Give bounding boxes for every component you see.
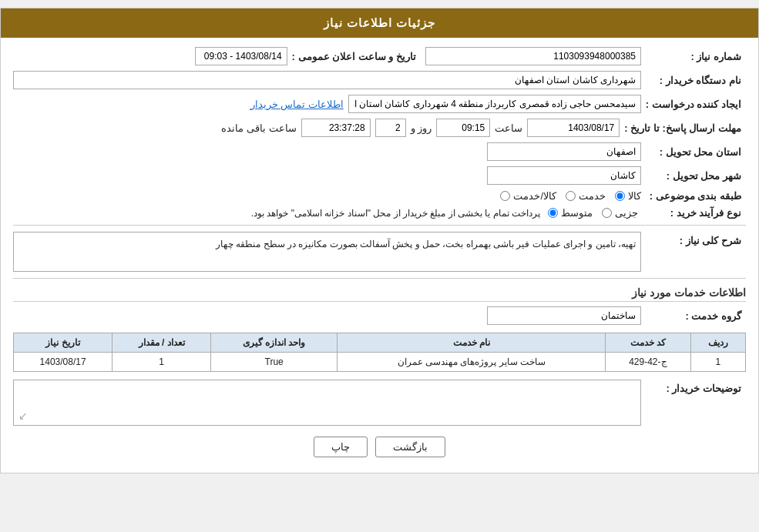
deadline-days-input — [375, 119, 406, 137]
page-header: جزئیات اطلاعات نیاز — [1, 8, 758, 38]
separator-1 — [13, 225, 746, 226]
process-mottavaset-label: متوسط — [561, 207, 593, 219]
city-row: شهر محل تحویل : — [13, 166, 746, 185]
process-jozei[interactable]: جزیی — [602, 207, 638, 219]
buyer-org-row: نام دستگاه خریدار : — [13, 71, 746, 89]
need-number-input — [425, 47, 641, 65]
deadline-row: مهلت ارسال پاسخ: تا تاریخ : ساعت روز و س… — [13, 119, 746, 137]
buyer-notes-row: توضیحات خریدار : — [13, 380, 746, 426]
category-radio-group: کالا/خدمت خدمت کالا — [500, 190, 641, 202]
process-mottavaset-radio[interactable] — [548, 208, 558, 218]
category-khedmat-label: خدمت — [579, 190, 606, 202]
description-label: شرح کلی نیاز : — [646, 232, 746, 246]
print-button[interactable]: چاپ — [314, 437, 368, 457]
group-service-input — [487, 306, 641, 325]
requester-label: ایجاد کننده درخواست : — [646, 99, 746, 110]
deadline-label: مهلت ارسال پاسخ: تا تاریخ : — [624, 122, 746, 134]
deadline-time-input — [436, 119, 490, 137]
category-kala-khedmat-radio[interactable] — [500, 191, 510, 201]
deadline-date-input — [527, 119, 620, 137]
process-jozei-radio[interactable] — [602, 208, 612, 218]
buyer-org-label: نام دستگاه خریدار : — [646, 75, 746, 86]
back-button[interactable]: بازگشت — [375, 437, 445, 457]
description-text: تهیه، تامین و اجرای عملیات فیر باشی بهمر… — [216, 239, 636, 249]
need-number-row: شماره نیاز : تاریخ و ساعت اعلان عمومی : — [13, 47, 746, 65]
cell-row: 1 — [690, 353, 745, 372]
category-label: طبقه بندی موضوعی : — [646, 190, 746, 202]
services-section-title: اطلاعات خدمات مورد نیاز — [13, 286, 746, 302]
col-name: نام خدمت — [338, 333, 606, 353]
col-row: ردیف — [690, 333, 745, 353]
separator-2 — [13, 278, 746, 279]
buyer-org-input — [13, 71, 641, 89]
process-row: نوع فرآیند خرید : متوسط جزیی پرداخت تمام… — [13, 207, 746, 219]
description-row: شرح کلی نیاز : تهیه، تامین و اجرای عملیا… — [13, 232, 746, 272]
group-service-label: گروه خدمت : — [646, 310, 746, 322]
deadline-time-label: ساعت — [495, 122, 522, 134]
services-table-section: ردیف کد خدمت نام خدمت واحد اندازه گیری ت… — [13, 333, 746, 372]
page-wrapper: جزئیات اطلاعات نیاز شماره نیاز : تاریخ و… — [0, 8, 759, 473]
deadline-remaining-label: ساعت باقی مانده — [221, 122, 296, 134]
cell-unit: True — [211, 353, 338, 372]
col-code: کد خدمت — [606, 333, 690, 353]
col-qty: تعداد / مقدار — [113, 333, 211, 353]
services-table: ردیف کد خدمت نام خدمت واحد اندازه گیری ت… — [13, 333, 746, 372]
page-title: جزئیات اطلاعات نیاز — [324, 16, 435, 29]
announce-value-input — [195, 47, 287, 65]
category-kala-label: کالا — [628, 190, 641, 202]
province-input — [487, 142, 641, 161]
requester-row: ایجاد کننده درخواست : اطلاعات تماس خریدا… — [13, 95, 746, 113]
announce-label: تاریخ و ساعت اعلان عمومی : — [292, 51, 421, 62]
deadline-remaining-input — [301, 119, 371, 137]
table-row: 1 ج-42-429 ساخت سایر پروژه‌های مهندسی عم… — [14, 353, 746, 372]
city-input — [487, 166, 641, 185]
col-unit: واحد اندازه گیری — [211, 333, 338, 353]
buyer-notes-label: توضیحات خریدار : — [646, 380, 746, 394]
content-area: شماره نیاز : تاریخ و ساعت اعلان عمومی : … — [1, 38, 758, 473]
cell-date: 1403/08/17 — [14, 353, 113, 372]
cell-qty: 1 — [113, 353, 211, 372]
buyer-notes-box[interactable] — [13, 380, 641, 426]
cell-code: ج-42-429 — [606, 353, 690, 372]
description-box: تهیه، تامین و اجرای عملیات فیر باشی بهمر… — [13, 232, 641, 272]
category-kala-khedmat[interactable]: کالا/خدمت — [500, 190, 556, 202]
table-header-row: ردیف کد خدمت نام خدمت واحد اندازه گیری ت… — [14, 333, 746, 353]
need-number-label: شماره نیاز : — [646, 51, 746, 62]
category-kala[interactable]: کالا — [615, 190, 641, 202]
province-label: استان محل تحویل : — [646, 146, 746, 158]
process-note: پرداخت تمام یا بخشی از مبلغ خریدار از مح… — [13, 208, 540, 219]
category-khedmat-radio[interactable] — [566, 191, 576, 201]
deadline-days-label: روز و — [411, 122, 432, 134]
requester-input — [348, 95, 641, 113]
province-row: استان محل تحویل : — [13, 142, 746, 161]
city-label: شهر محل تحویل : — [646, 170, 746, 182]
cell-name: ساخت سایر پروژه‌های مهندسی عمران — [338, 353, 606, 372]
requester-link[interactable]: اطلاعات تماس خریدار — [250, 99, 344, 110]
process-label: نوع فرآیند خرید : — [646, 207, 746, 219]
process-jozei-label: جزیی — [615, 207, 638, 219]
category-row: طبقه بندی موضوعی : کالا/خدمت خدمت کالا — [13, 190, 746, 202]
category-kala-radio[interactable] — [615, 191, 625, 201]
group-service-row: گروه خدمت : — [13, 306, 746, 325]
process-mottavaset[interactable]: متوسط — [548, 207, 593, 219]
category-kala-khedmat-label: کالا/خدمت — [513, 190, 556, 202]
button-row: بازگشت چاپ — [13, 437, 746, 457]
category-khedmat[interactable]: خدمت — [566, 190, 606, 202]
process-radio-group: متوسط جزیی — [548, 207, 638, 219]
col-date: تاریخ نیاز — [14, 333, 113, 353]
